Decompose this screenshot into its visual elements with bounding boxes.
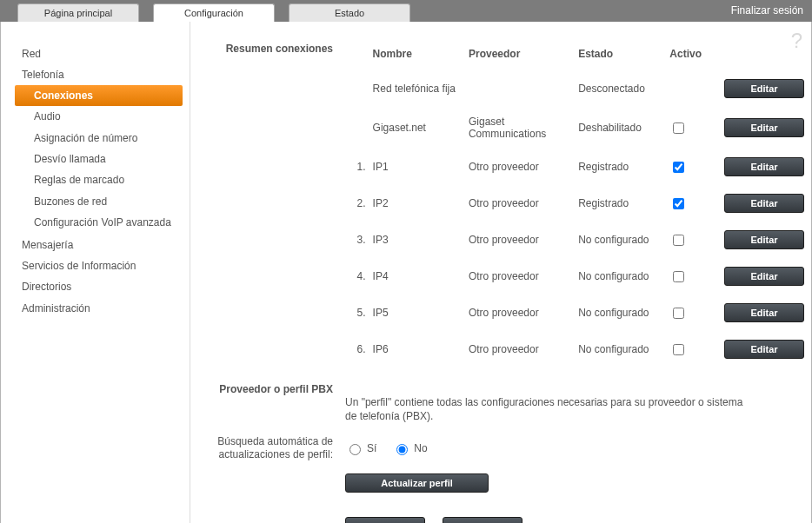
update-profile-button[interactable]: Actualizar perfil bbox=[345, 473, 489, 493]
table-row: Gigaset.netGigaset CommunicationsDeshabi… bbox=[345, 107, 811, 149]
tab-configuration[interactable]: Configuración bbox=[153, 3, 275, 22]
row-provider: Otro proveedor bbox=[469, 149, 578, 185]
row-state: Registrado bbox=[578, 149, 669, 185]
edit-button[interactable]: Editar bbox=[724, 118, 804, 137]
active-checkbox[interactable] bbox=[673, 122, 684, 134]
row-actions: Editar bbox=[710, 331, 811, 367]
sidebar-sub-number-assignment[interactable]: Asignación de número bbox=[15, 128, 190, 149]
row-index: 2. bbox=[345, 185, 373, 222]
radio-yes-wrap[interactable]: Sí bbox=[345, 441, 376, 455]
th-active: Activo bbox=[669, 43, 710, 70]
sidebar-item-directories[interactable]: Directorios bbox=[22, 277, 190, 296]
row-index: 3. bbox=[345, 222, 373, 258]
row-provider: Otro proveedor bbox=[469, 295, 578, 331]
row-index: 4. bbox=[345, 258, 373, 295]
row-name: Red telefónica fija bbox=[373, 70, 469, 107]
active-checkbox[interactable] bbox=[673, 198, 684, 209]
active-checkbox[interactable] bbox=[673, 235, 684, 246]
edit-button[interactable]: Editar bbox=[724, 157, 804, 176]
connections-table: Nombre Proveedor Estado Activo Red telef… bbox=[345, 43, 811, 367]
pbx-description: Un "perfil" contiene todas las configura… bbox=[345, 395, 754, 423]
row-index: 1. bbox=[345, 149, 373, 185]
th-state: Estado bbox=[578, 43, 669, 70]
row-state: No configurado bbox=[578, 295, 669, 331]
sidebar-sub-dial-rules[interactable]: Reglas de marcado bbox=[15, 169, 190, 190]
row-state: Registrado bbox=[578, 185, 669, 222]
sidebar-item-infoservices[interactable]: Servicios de Información bbox=[22, 256, 190, 275]
row-index bbox=[345, 107, 373, 149]
row-actions: Editar bbox=[710, 222, 811, 258]
sidebar-sub-connections[interactable]: Conexiones bbox=[15, 85, 183, 106]
sidebar-item-messaging[interactable]: Mensajería bbox=[22, 235, 190, 255]
sidebar-sub-advanced-voip[interactable]: Configuración VoIP avanzada bbox=[15, 212, 190, 233]
sidebar-sub-audio[interactable]: Audio bbox=[15, 106, 190, 127]
row-name: IP6 bbox=[373, 331, 469, 367]
section-connections: Resumen conexiones Nombre Proveedor Esta… bbox=[190, 43, 811, 367]
table-row: 1.IP1Otro proveedorRegistradoEditar bbox=[345, 149, 811, 185]
row-index bbox=[345, 70, 373, 107]
sidebar-item-administration[interactable]: Administración bbox=[22, 299, 190, 318]
active-checkbox[interactable] bbox=[673, 271, 684, 282]
sidebar-item-network[interactable]: Red bbox=[22, 44, 190, 63]
edit-button[interactable]: Editar bbox=[724, 194, 804, 213]
edit-button[interactable]: Editar bbox=[724, 230, 804, 249]
tab-home[interactable]: Página principal bbox=[17, 3, 139, 22]
radio-no-label: No bbox=[414, 442, 427, 454]
sidebar-children-telephony: Conexiones Audio Asignación de número De… bbox=[15, 85, 190, 234]
row-index: 5. bbox=[345, 295, 373, 331]
save-button[interactable]: Guardar bbox=[345, 517, 425, 523]
section-title-connections: Resumen conexiones bbox=[190, 43, 345, 55]
row-name: IP1 bbox=[373, 149, 469, 185]
row-actions: Editar bbox=[710, 107, 811, 149]
th-name: Nombre bbox=[373, 43, 469, 70]
row-name: IP2 bbox=[373, 185, 469, 222]
row-actions: Editar bbox=[710, 70, 811, 107]
edit-button[interactable]: Editar bbox=[724, 267, 804, 286]
row-provider bbox=[469, 70, 578, 107]
sidebar-item-telephony[interactable]: Telefonía bbox=[22, 65, 190, 84]
table-row: Red telefónica fijaDesconectadoEditar bbox=[345, 70, 811, 107]
table-row: 2.IP2Otro proveedorRegistradoEditar bbox=[345, 185, 811, 222]
radio-no-wrap[interactable]: No bbox=[392, 441, 427, 455]
row-index: 6. bbox=[345, 331, 373, 367]
row-state: No configurado bbox=[578, 331, 669, 367]
row-state: No configurado bbox=[578, 258, 669, 295]
th-provider: Proveedor bbox=[469, 43, 578, 70]
edit-button[interactable]: Editar bbox=[724, 340, 804, 359]
row-active-cell bbox=[669, 107, 710, 149]
radio-yes-label: Sí bbox=[367, 442, 376, 454]
active-checkbox[interactable] bbox=[673, 162, 684, 173]
row-actions: Editar bbox=[710, 185, 811, 222]
row-state: Desconectado bbox=[578, 70, 669, 107]
cancel-button[interactable]: Cancelar bbox=[443, 517, 522, 523]
row-actions: Editar bbox=[710, 258, 811, 295]
radio-no[interactable] bbox=[396, 444, 408, 455]
active-checkbox[interactable] bbox=[673, 308, 684, 319]
section-title-pbx: Proveedor o perfil PBX bbox=[190, 383, 345, 395]
edit-button[interactable]: Editar bbox=[724, 79, 804, 98]
radio-yes[interactable] bbox=[349, 444, 361, 455]
row-provider: Otro proveedor bbox=[469, 222, 578, 258]
table-row: 6.IP6Otro proveedorNo configuradoEditar bbox=[345, 331, 811, 367]
page: ? Red Telefonía Conexiones Audio Asignac… bbox=[0, 22, 812, 523]
edit-button[interactable]: Editar bbox=[724, 303, 804, 322]
section-pbx: Proveedor o perfil PBX bbox=[190, 383, 811, 395]
row-provider: Otro proveedor bbox=[469, 331, 578, 367]
table-row: 3.IP3Otro proveedorNo configuradoEditar bbox=[345, 222, 811, 258]
row-active-cell bbox=[669, 70, 710, 107]
top-tabs: Página principal Configuración Estado bbox=[17, 3, 410, 22]
row-name: IP4 bbox=[373, 258, 469, 295]
signout-link[interactable]: Finalizar sesión bbox=[731, 0, 803, 22]
row-active-cell bbox=[669, 258, 710, 295]
active-checkbox[interactable] bbox=[673, 344, 684, 355]
row-provider: Otro proveedor bbox=[469, 258, 578, 295]
row-active-cell bbox=[669, 222, 710, 258]
table-row: 5.IP5Otro proveedorNo configuradoEditar bbox=[345, 295, 811, 331]
help-icon[interactable]: ? bbox=[791, 29, 802, 53]
tab-status[interactable]: Estado bbox=[289, 3, 410, 22]
row-name: Gigaset.net bbox=[373, 107, 469, 149]
content: Resumen conexiones Nombre Proveedor Esta… bbox=[190, 22, 811, 523]
row-name: IP5 bbox=[373, 295, 469, 331]
sidebar-sub-call-diversion[interactable]: Desvío llamada bbox=[15, 149, 190, 169]
sidebar-sub-network-mailboxes[interactable]: Buzones de red bbox=[15, 191, 190, 212]
